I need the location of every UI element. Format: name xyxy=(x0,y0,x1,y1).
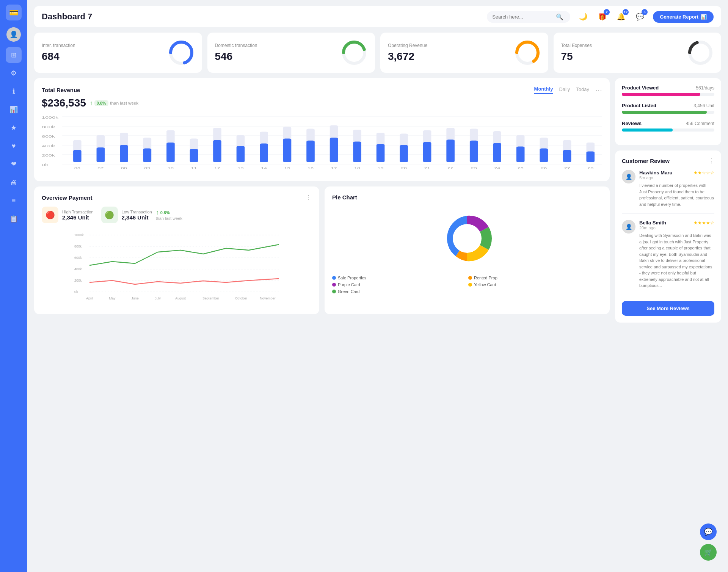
stat-donut-1 xyxy=(341,39,367,66)
tab-monthly[interactable]: Monthly xyxy=(534,86,553,94)
sidebar-item-star[interactable]: ★ xyxy=(6,120,22,136)
revenue-tabs: Monthly Daily Today ⋯ xyxy=(534,86,602,94)
svg-text:800k: 800k xyxy=(74,244,82,248)
bell-badge: 12 xyxy=(623,9,629,15)
revenue-chart-svg: 1000k 800k 600k 400k 200k 0k 0607080910 xyxy=(42,113,602,177)
stat-label-2: Operating Revenue xyxy=(388,43,427,48)
sidebar-item-print[interactable]: 🖨 xyxy=(6,174,22,190)
metric-pv-name: Product Viewed xyxy=(622,85,659,91)
bar-label-19: 25 xyxy=(518,166,524,169)
green-label: Green Card xyxy=(338,289,359,294)
svg-text:April: April xyxy=(86,296,93,300)
bar-blue-21 xyxy=(563,150,571,163)
review-more-icon[interactable]: ⋮ xyxy=(708,157,714,165)
svg-text:200k: 200k xyxy=(42,154,55,157)
low-transaction-value: 2,346 Unit xyxy=(122,214,152,221)
sidebar-item-docs[interactable]: 📋 xyxy=(6,211,22,227)
bar-blue-1 xyxy=(97,147,105,162)
float-buttons: 💬 🛒 xyxy=(700,523,717,561)
reviewer-time-0: 5m ago xyxy=(639,176,714,180)
chat-icon-btn[interactable]: 💬 5 xyxy=(633,10,647,24)
high-transaction-icon: 🔴 xyxy=(42,207,58,223)
purple-dot xyxy=(332,283,336,287)
low-transaction-icon: 🟢 xyxy=(101,207,118,223)
pie-title: Pie Chart xyxy=(332,194,602,201)
bar-label-22: 28 xyxy=(587,166,593,169)
metric-pl-name: Product Listed xyxy=(622,103,656,108)
rented-label: Rented Prop xyxy=(474,276,497,280)
svg-text:800k: 800k xyxy=(42,125,55,129)
stat-donut-0 xyxy=(168,39,195,66)
gift-icon-btn[interactable]: 🎁 2 xyxy=(595,10,609,24)
svg-text:0k: 0k xyxy=(74,290,78,294)
metric-pl-val: 3,456 Unit xyxy=(693,103,714,108)
bell-icon-btn[interactable]: 🔔 12 xyxy=(614,10,628,24)
bar-label-3: 09 xyxy=(144,166,150,169)
bar-blue-12 xyxy=(353,141,361,162)
avatar[interactable]: 👤 xyxy=(6,27,21,42)
sidebar-item-menu[interactable]: ≡ xyxy=(6,193,22,208)
bar-label-8: 14 xyxy=(261,166,267,169)
green-dot xyxy=(332,290,336,293)
search-input[interactable] xyxy=(492,14,553,20)
chat-float-button[interactable]: 💬 xyxy=(700,523,717,540)
stat-label-3: Total Expenses xyxy=(561,43,592,48)
reviewer-content-0: Hawkins Maru ★★☆☆☆ 5m ago I viewed a num… xyxy=(639,170,714,207)
bar-blue-11 xyxy=(330,138,338,162)
reviewer-content-1: Bella Smith ★★★★☆ 20m ago Dealing with S… xyxy=(639,220,714,289)
low-transaction-stat: 🟢 Low Transaction 2,346 Unit ↑ 0.8% xyxy=(101,207,182,223)
high-transaction-stat: 🔴 High Transaction 2,346 Unit xyxy=(42,207,94,223)
metric-rv-bar xyxy=(622,129,714,132)
bar-blue-17 xyxy=(470,141,478,162)
stat-donut-2 xyxy=(514,39,541,66)
see-more-reviews-button[interactable]: See More Reviews xyxy=(622,301,714,316)
bar-label-6: 12 xyxy=(214,166,220,169)
svg-text:200k: 200k xyxy=(74,279,82,282)
sidebar-item-fav[interactable]: ❤ xyxy=(6,156,22,172)
svg-point-41 xyxy=(453,224,482,253)
svg-text:600k: 600k xyxy=(74,256,82,260)
more-options-icon[interactable]: ⋯ xyxy=(595,86,602,94)
metrics-card: Product Viewed 561/days Product Listed 3… xyxy=(615,78,721,145)
bar-chart: 1000k 800k 600k 400k 200k 0k 0607080910 xyxy=(42,113,602,174)
generate-report-button[interactable]: Generate Report 📊 xyxy=(653,11,714,23)
bar-blue-2 xyxy=(120,145,128,163)
revenue-amount: $236,535 ↑ 0.8% than last week xyxy=(42,97,602,109)
bar-blue-7 xyxy=(237,146,245,162)
payment-more-icon[interactable]: ⋮ xyxy=(306,194,312,201)
dark-mode-btn[interactable]: 🌙 xyxy=(576,10,590,24)
svg-text:July: July xyxy=(155,296,161,300)
yellow-dot xyxy=(468,283,472,287)
svg-text:May: May xyxy=(109,296,116,300)
sidebar-item-heart[interactable]: ♥ xyxy=(6,138,22,154)
svg-text:400k: 400k xyxy=(42,144,55,148)
sidebar-item-analytics[interactable]: 📊 xyxy=(6,102,22,118)
payment-chart-svg: 1000k 800k 600k 400k 200k 0k xyxy=(42,229,312,305)
review-card: Customer Review ⋮ 👤 Hawkins Maru ★★☆☆☆ 5… xyxy=(615,150,721,323)
search-icon: 🔍 xyxy=(556,13,563,20)
legend-sale: Sale Properties xyxy=(332,276,466,280)
sidebar-item-settings[interactable]: ⚙ xyxy=(6,65,22,81)
stat-label-1: Domestic transaction xyxy=(215,43,257,48)
search-bar[interactable]: 🔍 xyxy=(487,11,570,23)
review-text-0: I viewed a number of properties with Jus… xyxy=(639,182,714,207)
metric-reviews: Reviews 456 Comment xyxy=(622,121,714,132)
legend-purple: Purple Card xyxy=(332,282,466,287)
sidebar-item-info[interactable]: ℹ xyxy=(6,83,22,99)
payment-growth-label: than last week xyxy=(156,216,182,221)
stat-value-0: 684 xyxy=(42,50,75,63)
sidebar-item-dashboard[interactable]: ⊞ xyxy=(6,47,22,63)
gift-badge: 2 xyxy=(604,9,610,15)
revenue-growth: ↑ 0.8% than last week xyxy=(90,100,138,107)
tab-today[interactable]: Today xyxy=(576,86,589,94)
bar-blue-5 xyxy=(190,149,198,162)
bar-label-20: 26 xyxy=(541,166,547,169)
cart-float-button[interactable]: 🛒 xyxy=(700,544,717,561)
reviewer-avatar-0: 👤 xyxy=(622,170,635,183)
revenue-value: $236,535 xyxy=(42,97,86,109)
reviewer-time-1: 20m ago xyxy=(639,226,714,230)
chat-badge: 5 xyxy=(642,9,648,15)
stat-value-1: 546 xyxy=(215,50,257,63)
tab-daily[interactable]: Daily xyxy=(559,86,570,94)
high-transaction-value: 2,346 Unit xyxy=(62,214,94,221)
